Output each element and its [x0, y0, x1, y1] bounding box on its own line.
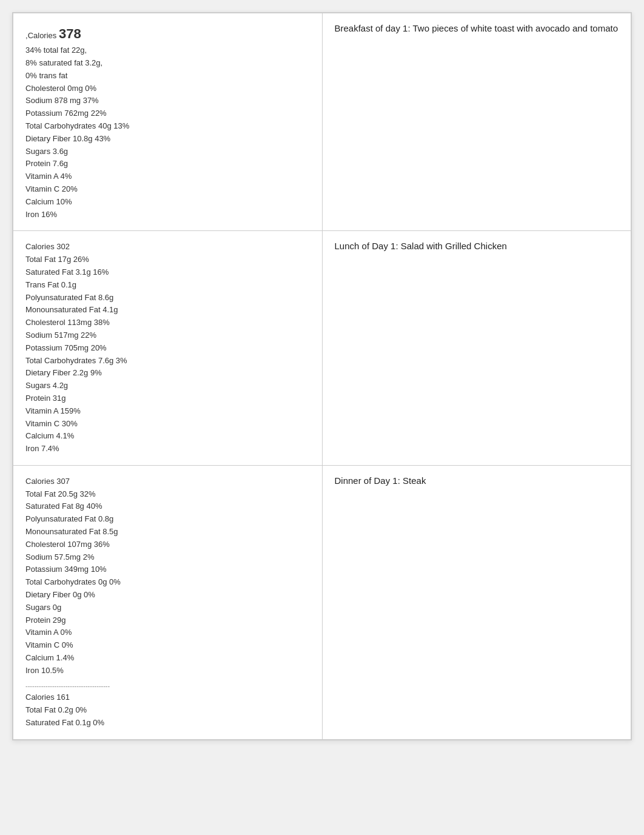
nutrition-line-1-3: Polyunsaturated Fat 8.6g — [25, 292, 310, 304]
nutrition-line-1-9: Dietary Fiber 2.2g 9% — [25, 367, 310, 380]
nutrition-line-2-6: Potassium 349mg 10% — [25, 563, 310, 576]
nutrition-line-2-11: Vitamin A 0% — [25, 626, 310, 639]
nutrition-line-1-4: Monounsaturated Fat 4.1g — [25, 304, 310, 317]
nutrition-line-0-9: Protein 7.6g — [25, 158, 310, 170]
nutrition-line-2-1: Saturated Fat 8g 40% — [25, 500, 310, 513]
nutrition-line-1-7: Potassium 705mg 20% — [25, 342, 310, 355]
extra-line-2-0: Calories 161 — [25, 691, 310, 704]
nutrition-line-1-12: Vitamin A 159% — [25, 405, 310, 418]
nutrition-line-0-13: Iron 16% — [25, 209, 310, 221]
nutrition-line-2-3: Monounsaturated Fat 8.5g — [25, 526, 310, 538]
extra-line-2-1: Total Fat 0.2g 0% — [25, 704, 310, 717]
nutrition-line-0-4: Sodium 878 mg 37% — [25, 95, 310, 107]
nutrition-line-1-6: Sodium 517mg 22% — [25, 329, 310, 342]
nutrition-line-0-3: Cholesterol 0mg 0% — [25, 82, 310, 95]
nutrition-line-1-5: Cholesterol 113mg 38% — [25, 317, 310, 329]
separator-2: -------------------------------------- — [25, 681, 310, 692]
nutrition-line-0-6: Total Carbohydrates 40g 13% — [25, 120, 310, 133]
meal-cell-1: Lunch of Day 1: Salad with Grilled Chick… — [322, 231, 631, 466]
nutrition-line-2-7: Total Carbohydrates 0g 0% — [25, 576, 310, 589]
meal-cell-0: Breakfast of day 1: Two pieces of white … — [322, 13, 631, 231]
meal-cell-2: Dinner of Day 1: Steak — [322, 465, 631, 739]
nutrition-line-2-4: Cholesterol 107mg 36% — [25, 538, 310, 551]
nutrition-line-2-0: Total Fat 20.5g 32% — [25, 488, 310, 501]
nutrition-line-0-0: 34% total fat 22g, — [25, 44, 310, 57]
nutrition-line-2-8: Dietary Fiber 0g 0% — [25, 589, 310, 602]
nutrition-line-2-14: Iron 10.5% — [25, 665, 310, 677]
nutrition-line-0-5: Potassium 762mg 22% — [25, 107, 310, 120]
page-container: ,Calories 37834% total fat 22g,8% satura… — [12, 12, 632, 740]
content-table: ,Calories 37834% total fat 22g,8% satura… — [13, 13, 631, 740]
nutrition-line-2-2: Polyunsaturated Fat 0.8g — [25, 513, 310, 526]
nutrition-line-1-8: Total Carbohydrates 7.6g 3% — [25, 355, 310, 367]
nutrition-line-2-13: Calcium 1.4% — [25, 652, 310, 665]
nutrition-cell-0: ,Calories 37834% total fat 22g,8% satura… — [13, 13, 323, 231]
nutrition-line-0-12: Calcium 10% — [25, 196, 310, 209]
extra-line-2-2: Saturated Fat 0.1g 0% — [25, 717, 310, 729]
calories-line-1: Calories 302 — [25, 241, 310, 253]
nutrition-cell-2: Calories 307Total Fat 20.5g 32%Saturated… — [13, 465, 323, 739]
nutrition-line-2-10: Protein 29g — [25, 614, 310, 627]
nutrition-line-1-2: Trans Fat 0.1g — [25, 279, 310, 292]
nutrition-line-0-2: 0% trans fat — [25, 70, 310, 82]
nutrition-line-1-10: Sugars 4.2g — [25, 380, 310, 392]
nutrition-line-0-11: Vitamin C 20% — [25, 183, 310, 196]
nutrition-line-1-1: Saturated Fat 3.1g 16% — [25, 266, 310, 279]
nutrition-line-0-10: Vitamin A 4% — [25, 170, 310, 183]
nutrition-line-1-11: Protein 31g — [25, 392, 310, 405]
calories-line-0: ,Calories 378 — [25, 23, 310, 44]
nutrition-cell-1: Calories 302Total Fat 17g 26%Saturated F… — [13, 231, 323, 466]
nutrition-line-2-12: Vitamin C 0% — [25, 639, 310, 652]
calories-line-2: Calories 307 — [25, 475, 310, 488]
nutrition-line-2-9: Sugars 0g — [25, 602, 310, 614]
nutrition-line-2-5: Sodium 57.5mg 2% — [25, 551, 310, 564]
nutrition-line-0-7: Dietary Fiber 10.8g 43% — [25, 133, 310, 146]
nutrition-line-1-13: Vitamin C 30% — [25, 418, 310, 431]
nutrition-line-1-15: Iron 7.4% — [25, 443, 310, 455]
nutrition-line-0-1: 8% saturated fat 3.2g, — [25, 57, 310, 70]
nutrition-line-0-8: Sugars 3.6g — [25, 146, 310, 158]
nutrition-line-1-0: Total Fat 17g 26% — [25, 253, 310, 266]
nutrition-line-1-14: Calcium 4.1% — [25, 430, 310, 443]
